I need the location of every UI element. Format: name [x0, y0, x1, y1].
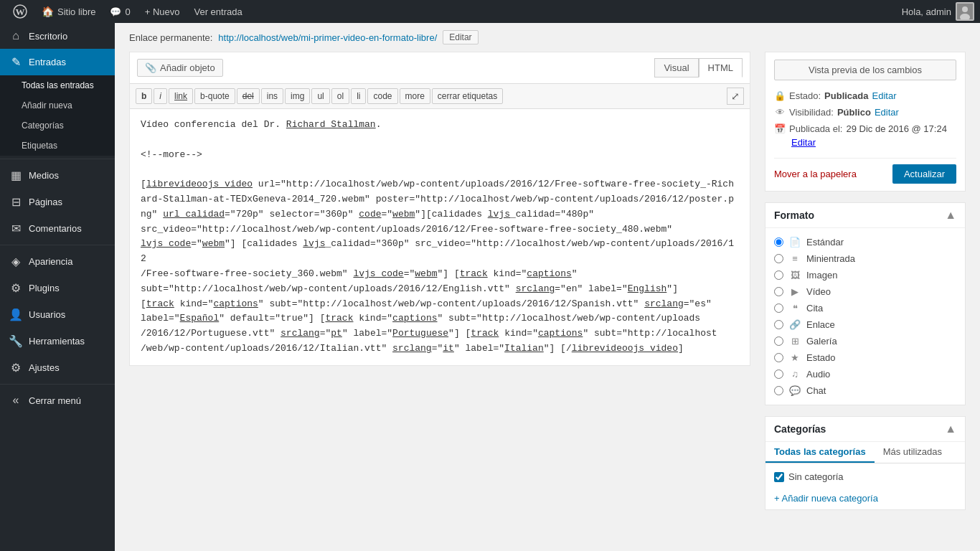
chat-icon: 💬: [789, 385, 801, 396]
tab-todas-categorias[interactable]: Todas las categorías: [765, 442, 875, 463]
toolbar-img[interactable]: img: [285, 88, 310, 104]
site-name[interactable]: 🏠 Sitio libre: [34, 0, 103, 23]
audio-label: Audio: [806, 369, 830, 380]
user-avatar[interactable]: [956, 2, 974, 21]
format-options: 📄 Estándar ≡ Minientrada 🖼 Imagen: [765, 228, 965, 405]
publicada-edit-link[interactable]: Editar: [791, 137, 816, 148]
format-audio-radio[interactable]: [774, 369, 783, 379]
format-galeria-radio[interactable]: [774, 336, 783, 346]
estado-icon: 🔒: [774, 90, 786, 101]
format-audio: ♫ Audio: [774, 366, 956, 382]
svg-point-3: [962, 6, 968, 12]
editor-line1: Vídeo conferencia del Dr. Richard Stallm…: [141, 118, 739, 133]
sidebar-item-usuarios[interactable]: 👤 Usuarios: [0, 301, 115, 328]
editor-body[interactable]: Vídeo conferencia del Dr. Richard Stallm…: [130, 109, 750, 365]
permalink-edit-button[interactable]: Editar: [443, 30, 478, 44]
format-chat: 💬 Chat: [774, 382, 956, 399]
editor-top: 📎 Añadir objeto Visual HTML: [130, 52, 750, 84]
permalink-label: Enlace permanente:: [129, 32, 212, 43]
sidebar-item-comentarios[interactable]: ✉ Comentarios: [0, 215, 115, 242]
publish-box-body: Vista previa de los cambios 🔒 Estado: Pu…: [765, 52, 965, 191]
toolbar-ol[interactable]: ol: [331, 88, 349, 104]
submenu-categorias[interactable]: Categorías: [0, 116, 115, 136]
toolbar-code[interactable]: code: [367, 88, 397, 104]
publicada-icon: 📅: [774, 123, 786, 134]
ver-entrada-link[interactable]: Ver entrada: [187, 0, 250, 23]
toolbar-close-tags[interactable]: cerrar etiquetas: [432, 88, 503, 104]
delete-button[interactable]: Mover a la papelera: [774, 169, 857, 179]
sidebar: ⌂ Escritorio ✎ Entradas Todas las entrad…: [0, 23, 115, 551]
sidebar-item-apariencia[interactable]: ◈ Apariencia: [0, 248, 115, 275]
comments-link[interactable]: 💬 0: [103, 0, 137, 23]
format-estandar: 📄 Estándar: [774, 234, 956, 250]
toolbar-li[interactable]: li: [351, 88, 366, 104]
visibilidad-edit-link[interactable]: Editar: [875, 107, 899, 118]
wp-logo[interactable]: W: [6, 0, 34, 23]
format-minientrada-radio[interactable]: [774, 254, 783, 263]
tab-html[interactable]: HTML: [699, 58, 743, 77]
expand-editor-button[interactable]: ⤢: [727, 88, 744, 105]
editor-wrap: 📎 Añadir objeto Visual HTML b i link b-q…: [129, 52, 750, 366]
toolbar-i[interactable]: i: [154, 88, 167, 104]
toolbar-more[interactable]: more: [400, 88, 430, 104]
main-editor: 📎 Añadir objeto Visual HTML b i link b-q…: [129, 52, 750, 521]
audio-icon: ♫: [789, 369, 801, 380]
cat-sin-categoria: Sin categoría: [774, 469, 956, 484]
escritorio-icon: ⌂: [9, 29, 23, 42]
format-enlace: 🔗 Enlace: [774, 316, 956, 333]
submenu-nueva[interactable]: Añadir nueva: [0, 95, 115, 116]
format-chat-radio[interactable]: [774, 386, 783, 395]
update-button[interactable]: Actualizar: [892, 164, 956, 184]
visibilidad-row: 👁 Visibilidad: Público Editar: [774, 104, 956, 121]
estado-row: 🔒 Estado: Publicada Editar: [774, 88, 956, 104]
format-estandar-radio[interactable]: [774, 237, 783, 247]
nuevo-button[interactable]: + Nuevo: [138, 0, 187, 23]
editor-shortcode: [librevideoojs_video url="http://localho…: [141, 177, 739, 357]
format-imagen-radio[interactable]: [774, 270, 783, 280]
toolbar-b[interactable]: b: [136, 88, 152, 104]
plugins-icon: ⚙: [9, 281, 23, 295]
add-object-button[interactable]: 📎 Añadir objeto: [137, 59, 223, 77]
format-enlace-radio[interactable]: [774, 320, 783, 329]
toolbar-ins[interactable]: ins: [261, 88, 283, 104]
estado-edit-link[interactable]: Editar: [872, 90, 897, 101]
toolbar-del[interactable]: del: [237, 88, 260, 104]
main-content: Enlace permanente: http://localhost/web/…: [115, 23, 980, 551]
format-video-radio[interactable]: [774, 287, 783, 296]
tab-visual[interactable]: Visual: [654, 58, 698, 77]
toolbar-bquote[interactable]: b-quote: [194, 88, 235, 104]
estado-value: Publicada: [824, 90, 868, 101]
tab-mas-utilizadas[interactable]: Más utilizadas: [875, 442, 951, 463]
apariencia-icon: ◈: [9, 255, 23, 268]
formato-box-header: Formato ▲: [765, 203, 965, 228]
cat-sin-categoria-label: Sin categoría: [788, 471, 844, 482]
submenu-todas[interactable]: Todas las entradas: [0, 75, 115, 95]
svg-text:W: W: [16, 6, 25, 17]
sidebar-item-ajustes[interactable]: ⚙ Ajustes: [0, 354, 115, 381]
estandar-icon: 📄: [789, 237, 801, 248]
sidebar-item-entradas[interactable]: ✎ Entradas: [0, 49, 115, 75]
preview-button[interactable]: Vista previa de los cambios: [774, 60, 956, 80]
toolbar-ul[interactable]: ul: [311, 88, 329, 104]
toolbar-link[interactable]: link: [169, 88, 193, 104]
cerrar-icon: «: [9, 394, 23, 407]
format-estado-radio[interactable]: [774, 353, 783, 362]
formato-toggle[interactable]: ▲: [945, 209, 956, 222]
herramientas-icon: 🔧: [9, 334, 23, 348]
sidebar-item-herramientas[interactable]: 🔧 Herramientas: [0, 328, 115, 354]
categorias-toggle[interactable]: ▲: [945, 423, 956, 435]
sidebar-item-plugins[interactable]: ⚙ Plugins: [0, 275, 115, 301]
permalink-url[interactable]: http://localhost/web/mi-primer-video-en-…: [218, 32, 437, 43]
format-cita-radio[interactable]: [774, 303, 783, 313]
sidebar-item-paginas[interactable]: ⊟ Páginas: [0, 189, 115, 215]
ajustes-icon: ⚙: [9, 361, 23, 375]
sidebar-item-cerrar[interactable]: « Cerrar menú: [0, 387, 115, 413]
sidebar-item-escritorio[interactable]: ⌂ Escritorio: [0, 23, 115, 49]
estado-fmt-icon: ★: [789, 352, 801, 363]
submenu-etiquetas[interactable]: Etiquetas: [0, 136, 115, 156]
galeria-label: Galería: [806, 336, 837, 347]
add-category-link[interactable]: + Añadir nueva categoría: [765, 490, 965, 509]
sidebar-item-medios[interactable]: ▦ Medios: [0, 162, 115, 189]
galeria-icon: ⊞: [789, 336, 801, 347]
cat-sin-categoria-checkbox[interactable]: [774, 472, 784, 482]
